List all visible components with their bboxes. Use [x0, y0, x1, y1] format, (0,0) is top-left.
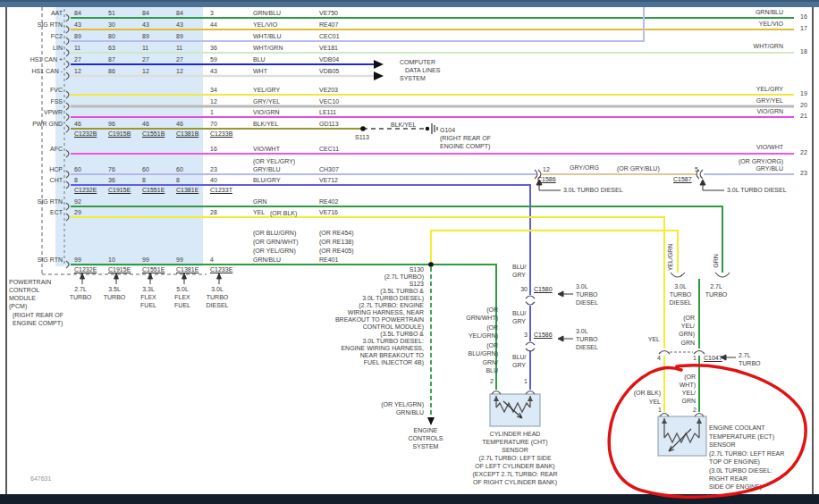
pin-number: 84: [176, 10, 183, 17]
connector-name[interactable]: C1580: [534, 286, 553, 293]
wire-color-label: BLU/: [512, 354, 527, 361]
engine-variant-label: TURBO: [104, 294, 126, 301]
connector-name[interactable]: C1232E: [74, 187, 97, 194]
connector-name[interactable]: C1233E: [210, 266, 232, 273]
wire-color-label: GRN/WHT): [466, 315, 498, 322]
connector-name[interactable]: C1915B: [108, 130, 131, 138]
pin-number: 86: [108, 68, 115, 75]
splice-note: 3.0L TURBO DIESEL:: [363, 338, 424, 345]
connector-name[interactable]: C1047: [704, 355, 722, 362]
splice-label: S123: [410, 281, 424, 288]
pin-number: 4: [210, 256, 214, 264]
connector-name[interactable]: C1587: [673, 176, 692, 183]
circuit-code: VEC10: [319, 98, 339, 105]
pin-number: 80: [108, 33, 115, 40]
pin-number: 96: [108, 121, 115, 128]
wire-color-label: (OR YEL/GRN): [253, 248, 296, 255]
pin-number: 1: [658, 407, 662, 414]
wire-color-label: BLU: [253, 56, 266, 63]
pin-number: 19: [800, 90, 807, 97]
pin-number: 12: [74, 68, 81, 75]
connector-name[interactable]: C1233T: [210, 187, 232, 194]
pin-number: 2: [490, 378, 494, 385]
splice-label: S130: [410, 266, 424, 273]
wire-color-label: (OR BLK): [634, 390, 661, 397]
wire-color-label: GRN/BLU: [756, 9, 783, 16]
wire-color-label: GRY: [512, 318, 526, 325]
connector-name[interactable]: C1233B: [210, 130, 232, 138]
wiring-diagram-page: AATSIG RTNFC2LINHS1 CAN +HS1 CAN -FVCFSS…: [0, 0, 819, 504]
wire-color-label: GRY/ORG: [570, 164, 599, 172]
connector-name[interactable]: C1915E: [108, 187, 131, 194]
wire-color-label: GRN): [679, 331, 695, 338]
circuit-code: VE716: [319, 209, 338, 216]
pcm-pin-label: PWR GND: [32, 121, 63, 128]
connector-name[interactable]: C1586: [534, 332, 553, 339]
pcm-pin-label: SIG RTN: [38, 198, 63, 206]
wire-color-label: BLU/GRY: [253, 177, 281, 184]
ect-sensor-label: ENGINE COOLANT: [709, 424, 765, 432]
pin-number: 43: [210, 68, 217, 75]
pin-number: 99: [176, 256, 183, 264]
pcm-pin-label: FVC: [50, 87, 63, 94]
connector-name[interactable]: C1551E: [142, 187, 165, 194]
footer-code: 647631: [30, 475, 51, 483]
splice-note: (2.7L TURBO: ENGINE: [359, 302, 424, 309]
connector-name[interactable]: C1381E: [176, 266, 198, 273]
wire-color-label: GRY: [512, 272, 526, 279]
wire-color-label: GRY: [512, 362, 526, 369]
ground-label: ENGINE COMPT): [440, 143, 490, 150]
wire-color-label: WHT/GRN: [253, 45, 283, 52]
pin-number: 3: [524, 332, 528, 339]
circuit-code: RE401: [319, 256, 338, 264]
wire-color-label: BLU/GRN): [469, 350, 498, 357]
system-ref: DATA LINES: [405, 67, 440, 74]
pin-number: 46: [176, 121, 183, 128]
pin-number: 46: [142, 121, 149, 128]
pcm-pin-label: AAT: [51, 10, 63, 17]
pin-number: 89: [74, 33, 81, 40]
wire-color-label: GRN: [253, 198, 267, 206]
ground-label: (RIGHT REAR OF: [440, 135, 491, 142]
connector-name[interactable]: C1232E: [74, 266, 97, 273]
wire-color-label: (OR YEL/GRN): [381, 401, 424, 408]
wire-color-label: YEL/GRY: [756, 86, 783, 93]
engine-variant-label: 5.0L: [176, 286, 189, 293]
connector-name[interactable]: C1551E: [142, 266, 165, 273]
wire-color-label: GRY/YEL: [253, 98, 280, 105]
wire-color-label: (OR YEL/GRY): [253, 158, 295, 165]
connector-name[interactable]: C1915E: [108, 266, 131, 273]
pin-number: 8: [176, 177, 180, 184]
pin-number: 8: [142, 177, 146, 184]
labels-layer: AATSIG RTNFC2LINHS1 CAN +HS1 CAN -FVCFSS…: [0, 0, 819, 504]
pin-number: 36: [108, 177, 115, 184]
pin-number: 10: [108, 256, 115, 264]
wire-color-label: VIO/WHT: [756, 144, 783, 151]
engine-variant-label: TURBO: [70, 294, 92, 301]
wire-color-label: VIO/GRN: [253, 109, 280, 116]
pin-number: 2: [693, 407, 697, 414]
pin-number: 12: [142, 68, 149, 75]
variant-note: 2.7L: [739, 352, 751, 359]
pin-number: 43: [142, 21, 149, 29]
pin-number: 70: [210, 121, 217, 128]
connector-name[interactable]: C1232B: [74, 130, 97, 138]
circuit-code: VE203: [319, 87, 338, 94]
pin-number: 16: [210, 146, 217, 153]
wire-color-label: BLK/YEL: [391, 122, 416, 129]
circuit-code: RE407: [319, 21, 338, 29]
connector-name[interactable]: C1586: [537, 176, 556, 183]
wire-color-label: (OR: [684, 374, 696, 381]
connector-name[interactable]: C1381E: [176, 187, 198, 194]
pin-number: 23: [800, 170, 807, 177]
engine-variant-label: DIESEL: [207, 302, 229, 309]
cht-sensor-label: TEMPERATURE (CHT): [482, 439, 547, 446]
pin-number: 20: [800, 102, 807, 109]
variant-note: DIESEL: [576, 344, 598, 351]
pin-number: 21: [800, 113, 807, 120]
connector-name[interactable]: C1381B: [176, 130, 198, 138]
variant-note: 2.7L: [710, 283, 722, 290]
connector-name[interactable]: C1551B: [142, 130, 165, 138]
engine-variant-label: 3.5L: [108, 286, 121, 293]
circuit-code: CH307: [319, 166, 339, 173]
